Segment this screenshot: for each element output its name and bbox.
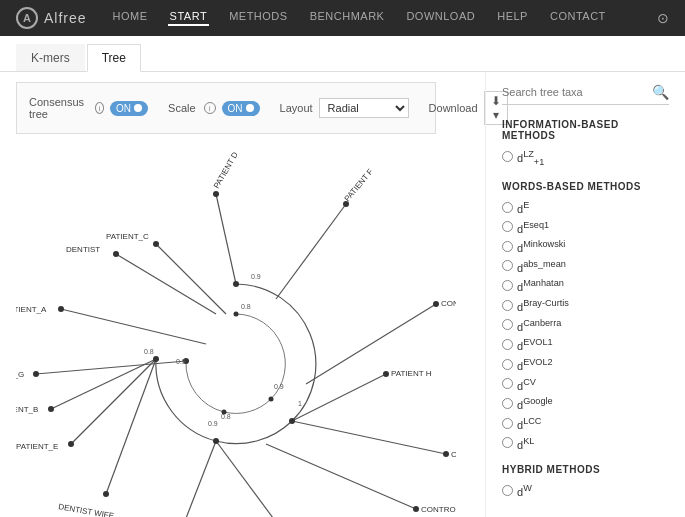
- method-sub-lz: +1: [534, 157, 544, 167]
- method-radio-manhatan[interactable]: [502, 280, 513, 291]
- layout-label: Layout: [280, 102, 313, 114]
- method-radio-minkowski[interactable]: [502, 241, 513, 252]
- nav-start[interactable]: START: [168, 10, 210, 26]
- svg-point-54: [103, 491, 109, 497]
- method-label-e: dE: [517, 200, 529, 215]
- hybrid-methods-title: HYBRID METHODS: [502, 464, 669, 475]
- method-label-cv: dCV: [517, 377, 536, 392]
- method-item-eseq1[interactable]: dEseq1: [502, 220, 669, 235]
- method-label-abs-mean: dabs_mean: [517, 259, 566, 274]
- method-radio-bray-curtis[interactable]: [502, 300, 513, 311]
- scale-group: Scale i ON: [168, 101, 260, 116]
- hybrid-methods-section: HYBRID METHODS dW: [502, 464, 669, 498]
- right-panel: 🔍 INFORMATION-BASED METHODS dLZ+1 WORDS-…: [485, 72, 685, 517]
- method-item-lcc[interactable]: dLCC: [502, 416, 669, 431]
- svg-point-47: [343, 201, 349, 207]
- method-item-w[interactable]: dW: [502, 483, 669, 498]
- method-item-canberra[interactable]: dCanberra: [502, 318, 669, 333]
- svg-text:0.9: 0.9: [176, 358, 186, 365]
- information-methods-title: INFORMATION-BASED METHODS: [502, 119, 669, 141]
- method-item-bray-curtis[interactable]: dBray-Curtis: [502, 298, 669, 313]
- method-label-minkowski: dMinkowski: [517, 239, 565, 254]
- svg-line-26: [116, 254, 216, 314]
- svg-text:PATIENT_C: PATIENT_C: [106, 232, 149, 241]
- scale-toggle[interactable]: ON: [222, 101, 260, 116]
- svg-line-18: [71, 359, 156, 444]
- nav-methods[interactable]: METHODS: [227, 10, 290, 26]
- method-item-lz[interactable]: dLZ+1: [502, 149, 669, 167]
- method-item-evol2[interactable]: dEVOL2: [502, 357, 669, 372]
- scale-info-icon[interactable]: i: [204, 102, 216, 114]
- method-sup-lz: LZ: [523, 149, 534, 159]
- method-label-lz: dLZ+1: [517, 149, 544, 167]
- scale-toggle-label: ON: [228, 103, 243, 114]
- toggle-dot: [134, 104, 142, 112]
- nav-download[interactable]: DOWNLOAD: [404, 10, 477, 26]
- method-radio-cv[interactable]: [502, 378, 513, 389]
- svg-text:PATIENT H: PATIENT H: [391, 369, 432, 378]
- svg-point-59: [113, 251, 119, 257]
- method-radio-abs-mean[interactable]: [502, 260, 513, 271]
- method-item-manhatan[interactable]: dManhatan: [502, 278, 669, 293]
- tabs-bar: K-mers Tree: [0, 36, 685, 72]
- consensus-label: Consensus tree: [29, 96, 87, 120]
- tab-kmers[interactable]: K-mers: [16, 44, 85, 71]
- svg-text:PATIENT_E: PATIENT_E: [16, 442, 58, 451]
- method-item-kl[interactable]: dKL: [502, 436, 669, 451]
- information-methods-section: INFORMATION-BASED METHODS dLZ+1: [502, 119, 669, 167]
- method-radio-eseq1[interactable]: [502, 221, 513, 232]
- method-item-abs-mean[interactable]: dabs_mean: [502, 259, 669, 274]
- tab-tree[interactable]: Tree: [87, 44, 141, 72]
- svg-point-33: [153, 356, 159, 362]
- method-label-manhatan: dManhatan: [517, 278, 564, 293]
- method-radio-canberra[interactable]: [502, 319, 513, 330]
- consensus-group: Consensus tree i ON: [29, 96, 148, 120]
- svg-text:0.9: 0.9: [274, 383, 284, 390]
- svg-point-50: [443, 451, 449, 457]
- svg-text:PATIENT_G: PATIENT_G: [16, 370, 24, 379]
- consensus-info-icon[interactable]: i: [95, 102, 104, 114]
- svg-point-36: [269, 397, 274, 402]
- svg-line-2: [276, 204, 346, 299]
- method-item-e[interactable]: dE: [502, 200, 669, 215]
- svg-line-10: [266, 444, 416, 509]
- method-item-evol1[interactable]: dEVOL1: [502, 337, 669, 352]
- svg-text:0.8: 0.8: [144, 348, 154, 355]
- method-item-google[interactable]: dGoogle: [502, 396, 669, 411]
- svg-text:PATIENT_B: PATIENT_B: [16, 405, 38, 414]
- words-methods-title: WORDS-BASED METHODS: [502, 181, 669, 192]
- svg-text:PATIENT F: PATIENT F: [343, 167, 375, 203]
- logo-text: Alfree: [44, 10, 87, 26]
- method-radio-lcc[interactable]: [502, 418, 513, 429]
- search-input[interactable]: [502, 86, 652, 98]
- method-item-minkowski[interactable]: dMinkowski: [502, 239, 669, 254]
- svg-line-14: [176, 441, 216, 517]
- svg-line-8: [292, 421, 446, 454]
- svg-point-58: [58, 306, 64, 312]
- layout-select[interactable]: Radial Rectangular Circular: [319, 98, 409, 118]
- logo-letter: A: [23, 12, 31, 24]
- tree-group: PATIENT D PATIENT F PATIENT H CONTROL 3 …: [16, 150, 456, 517]
- nav-benchmark[interactable]: BENCHMARK: [308, 10, 387, 26]
- consensus-toggle[interactable]: ON: [110, 101, 148, 116]
- svg-text:CONTROL 3: CONTROL 3: [441, 299, 456, 308]
- method-radio-w[interactable]: [502, 485, 513, 496]
- method-radio-google[interactable]: [502, 398, 513, 409]
- svg-point-56: [48, 406, 54, 412]
- method-radio-evol1[interactable]: [502, 339, 513, 350]
- settings-icon[interactable]: ⊙: [657, 10, 669, 26]
- svg-text:0.9: 0.9: [251, 273, 261, 280]
- tree-svg-container: PATIENT D PATIENT F PATIENT H CONTROL 3 …: [16, 144, 456, 517]
- method-item-cv[interactable]: dCV: [502, 377, 669, 392]
- method-radio-kl[interactable]: [502, 437, 513, 448]
- svg-point-57: [33, 371, 39, 377]
- logo: A Alfree: [16, 7, 87, 29]
- method-radio[interactable]: [502, 151, 513, 162]
- nav-contact[interactable]: CONTACT: [548, 10, 608, 26]
- method-radio-e[interactable]: [502, 202, 513, 213]
- method-radio-evol2[interactable]: [502, 359, 513, 370]
- toolbar: Consensus tree i ON Scale i ON Layout Ra…: [16, 82, 436, 134]
- nav-home[interactable]: HOME: [111, 10, 150, 26]
- words-methods-section: WORDS-BASED METHODS dE dEseq1 dMinkowski…: [502, 181, 669, 451]
- nav-help[interactable]: HELP: [495, 10, 530, 26]
